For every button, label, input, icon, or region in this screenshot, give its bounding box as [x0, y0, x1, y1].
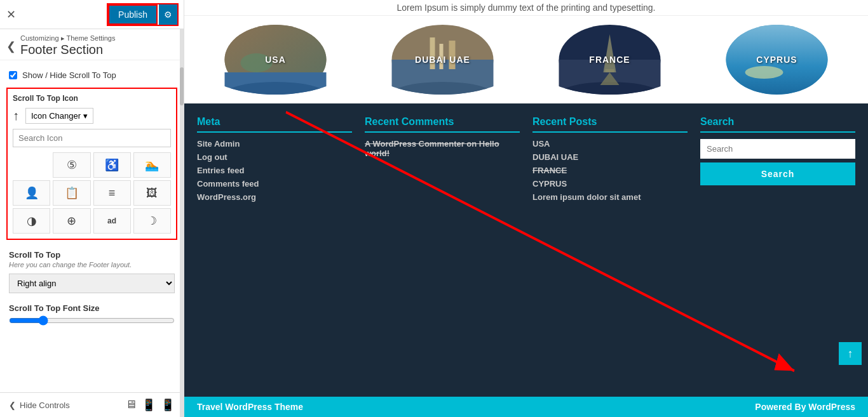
icon-cell[interactable]: ⊕ — [53, 208, 90, 234]
right-content: Lorem Ipsum is simply dummy text of the … — [184, 0, 868, 417]
panel-content: Show / Hide Scroll To Top Scroll To Top … — [0, 60, 184, 392]
footer-comments-col: Recent Comments A WordPress Commenter on… — [365, 116, 520, 206]
tablet-icon[interactable]: 📱 — [142, 398, 156, 412]
top-text-area: Lorem Ipsum is simply dummy text of the … — [184, 0, 868, 16]
dubai-label: DUBAI UAE — [415, 55, 470, 65]
icon-cell[interactable]: ad — [93, 208, 131, 234]
desktop-icon[interactable]: 🖥 — [125, 398, 137, 412]
icon-cell[interactable]: ☽ — [133, 208, 171, 234]
show-hide-label: Show / Hide Scroll To Top — [22, 70, 116, 80]
bottom-bar: ❮ Hide Controls 🖥 📱 📱 — [0, 392, 184, 417]
footer-posts-divider — [532, 131, 688, 133]
footer-bottom-left: Travel WordPress Theme — [197, 402, 303, 412]
footer-post-dubai[interactable]: DUBAI UAE — [532, 152, 688, 162]
icon-grid: ⑤ ♿ 🏊 👤 📋 ≡ 🖼 ◑ ⊕ ad ☽ — [13, 152, 171, 234]
search-icon-input[interactable] — [13, 129, 171, 147]
footer-link-wordpress[interactable]: WordPress.org — [197, 192, 352, 202]
scroll-to-top-section: Scroll To Top Here you can change the Fo… — [0, 244, 184, 300]
icon-section-title: Scroll To Top Icon — [13, 94, 171, 103]
icon-cell[interactable]: 🖼 — [133, 180, 171, 206]
footer-posts-col: Recent Posts USA DUBAI UAE FRANCE CYPRUS… — [532, 116, 688, 206]
svg-rect-15 — [606, 69, 614, 72]
icon-changer-dropdown[interactable]: Icon Changer ▾ — [25, 108, 93, 124]
icon-cell[interactable]: 👤 — [13, 180, 50, 206]
footer-section: Meta Site Admin Log out Entries feed Com… — [184, 103, 868, 397]
destination-card-france[interactable]: FRANCE — [531, 25, 688, 95]
publish-button[interactable]: Publish — [108, 4, 158, 25]
scroll-top-label: Scroll To Top — [9, 250, 175, 260]
footer-meta-col: Meta Site Admin Log out Entries feed Com… — [197, 116, 352, 206]
destination-cards: USA DUBAI UAE — [184, 16, 868, 103]
footer-search-col: Search Search — [700, 116, 855, 206]
mobile-icon[interactable]: 📱 — [161, 398, 175, 412]
footer-comments-divider — [365, 131, 520, 133]
footer-link-site-admin[interactable]: Site Admin — [197, 139, 352, 149]
usa-label: USA — [265, 55, 286, 65]
icon-changer-row: ↑ Icon Changer ▾ — [13, 108, 171, 124]
footer-post-lorem[interactable]: Lorem ipsum dolor sit amet — [532, 192, 688, 202]
footer-columns: Meta Site Admin Log out Entries feed Com… — [197, 116, 855, 206]
scroll-indicator — [180, 29, 184, 417]
footer-search-title: Search — [700, 116, 855, 128]
back-arrow-button[interactable]: ❮ — [6, 39, 16, 53]
footer-search-button[interactable]: Search — [700, 162, 855, 185]
footer-post-cyprus[interactable]: CYPRUS — [532, 179, 688, 189]
chevron-left-icon: ❮ — [9, 400, 16, 410]
footer-search-divider — [700, 131, 855, 133]
footer-link-logout[interactable]: Log out — [197, 152, 352, 162]
icon-cell[interactable]: ◑ — [13, 208, 50, 234]
show-hide-checkbox[interactable] — [9, 71, 17, 79]
top-bar: ✕ Publish ⚙ — [0, 0, 184, 29]
font-size-slider[interactable] — [9, 315, 175, 326]
footer-link-comments[interactable]: Comments feed — [197, 179, 352, 189]
close-button[interactable]: ✕ — [6, 8, 16, 22]
hide-controls-button[interactable]: ❮ Hide Controls — [9, 400, 70, 410]
section-title: Footer Section — [20, 43, 177, 57]
cyprus-label: CYPRUS — [756, 55, 797, 65]
footer-link-entries[interactable]: Entries feed — [197, 166, 352, 175]
scroll-to-top-button[interactable]: ↑ — [839, 342, 862, 365]
footer-post-usa[interactable]: USA — [532, 139, 688, 149]
icon-cell[interactable]: 🏊 — [133, 152, 171, 178]
align-select[interactable]: Right align Left align Center align — [9, 274, 175, 293]
footer-meta-title: Meta — [197, 116, 352, 128]
footer-comments-title: Recent Comments — [365, 116, 520, 128]
arrow-up-preview: ↑ — [13, 109, 19, 123]
france-label: FRANCE — [589, 55, 630, 65]
icon-section: Scroll To Top Icon ↑ Icon Changer ▾ ⑤ ♿ … — [6, 88, 177, 240]
footer-search-input[interactable] — [700, 139, 855, 159]
device-icons: 🖥 📱 📱 — [125, 398, 175, 412]
hide-controls-label: Hide Controls — [20, 400, 70, 410]
show-hide-row: Show / Hide Scroll To Top — [0, 67, 184, 84]
chevron-down-icon: ▾ — [83, 111, 88, 121]
breadcrumb: Customizing ▸ Theme Settings — [20, 34, 177, 43]
top-text: Lorem Ipsum is simply dummy text of the … — [397, 3, 656, 13]
icon-cell[interactable]: 📋 — [53, 180, 90, 206]
footer-post-france[interactable]: FRANCE — [532, 166, 688, 175]
footer-comments-text: A WordPress Commenter on Hello world! — [365, 139, 520, 158]
breadcrumb-area: Customizing ▸ Theme Settings Footer Sect… — [0, 29, 184, 60]
left-panel: ✕ Publish ⚙ Customizing ▸ Theme Settings… — [0, 0, 184, 417]
footer-bottom-bar: Travel WordPress Theme Powered By WordPr… — [184, 397, 868, 417]
scroll-thumb — [180, 67, 184, 105]
scroll-top-desc: Here you can change the Footer layout. — [9, 261, 175, 268]
destination-card-dubai[interactable]: DUBAI UAE — [364, 25, 521, 95]
icon-cell[interactable]: ⑤ — [53, 152, 90, 178]
gear-button[interactable]: ⚙ — [159, 4, 177, 25]
footer-posts-title: Recent Posts — [532, 116, 688, 128]
svg-point-19 — [745, 66, 783, 79]
destination-card-usa[interactable]: USA — [197, 25, 354, 95]
font-size-label: Scroll To Top Font Size — [9, 303, 175, 313]
icon-cell[interactable]: ♿ — [93, 152, 131, 178]
destination-card-cyprus[interactable]: CYPRUS — [698, 25, 855, 95]
footer-meta-divider — [197, 131, 352, 133]
footer-bottom-right: Powered By WordPress — [755, 402, 855, 412]
publish-area: Publish ⚙ — [108, 4, 177, 25]
font-size-section: Scroll To Top Font Size — [0, 300, 184, 332]
icon-cell[interactable]: ≡ — [93, 180, 131, 206]
